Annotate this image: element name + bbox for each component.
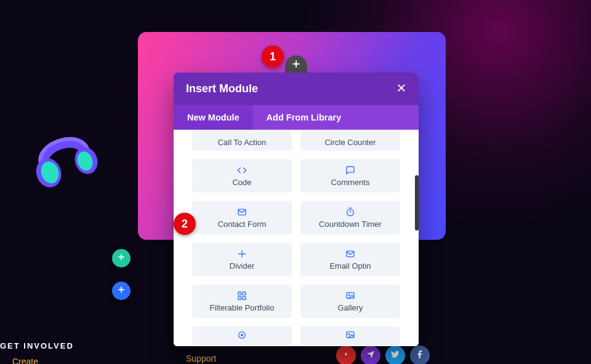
plus-icon (117, 285, 126, 296)
close-icon (396, 83, 406, 95)
module-countdown-timer[interactable]: Countdown Timer (300, 201, 400, 234)
module-label: Comments (331, 178, 370, 187)
module-label: Countdown Timer (319, 220, 382, 229)
modal-header: Insert Module (174, 73, 419, 105)
module-next-left[interactable] (192, 326, 292, 345)
svg-point-25 (348, 294, 350, 295)
timer-icon (345, 207, 355, 217)
social-send[interactable] (361, 346, 380, 364)
social-facebook[interactable] (410, 346, 430, 364)
mail-icon (345, 249, 355, 259)
headphones-illustration (21, 113, 107, 199)
image-icon (345, 291, 355, 301)
module-label: Code (232, 178, 251, 187)
module-label: Contact Form (218, 220, 267, 229)
module-gallery[interactable]: Gallery (300, 285, 400, 318)
annotation-step-2: 2 (174, 213, 196, 235)
footer-heading-get-involved: GET INVOLVED (0, 341, 74, 350)
youtube-icon (341, 349, 351, 362)
tab-new-module[interactable]: New Module (174, 105, 253, 130)
add-section-button[interactable] (112, 249, 131, 267)
module-label: Gallery (337, 303, 363, 312)
modal-close-button[interactable] (396, 83, 406, 95)
module-filterable-portfolio[interactable]: Filterable Portfolio (192, 285, 292, 318)
svg-point-0 (33, 155, 65, 191)
module-grid: Call To Action Circle Counter Code Comme… (174, 130, 419, 346)
twitter-icon (390, 349, 400, 362)
modal-title: Insert Module (186, 82, 258, 95)
module-label: Call To Action (218, 138, 267, 147)
module-comments[interactable]: Comments (300, 159, 400, 192)
svg-rect-20 (238, 292, 241, 295)
module-contact-form[interactable]: Contact Form (192, 201, 292, 234)
modal-tabbar: New Module Add From Library (174, 105, 419, 130)
module-next-right[interactable] (300, 326, 400, 345)
mail-icon (237, 207, 247, 217)
social-twitter[interactable] (385, 346, 405, 364)
svg-rect-22 (238, 296, 241, 299)
module-email-optin[interactable]: Email Optin (300, 243, 400, 276)
module-code[interactable]: Code (192, 159, 292, 192)
facebook-icon (415, 349, 425, 362)
social-youtube[interactable] (336, 346, 356, 364)
comment-icon (345, 165, 355, 175)
add-row-button[interactable] (112, 282, 131, 300)
circle-dot-icon (237, 330, 247, 340)
module-list-scroll[interactable]: Call To Action Circle Counter Code Comme… (174, 130, 419, 346)
send-icon (366, 349, 376, 362)
plus-icon (117, 253, 126, 264)
plus-icon (291, 59, 301, 71)
grid-icon (237, 291, 247, 301)
scrollbar-thumb[interactable] (415, 175, 419, 231)
module-label: Email Optin (329, 261, 371, 271)
module-label: Circle Counter (324, 138, 376, 147)
module-label: Divider (230, 261, 254, 271)
insert-module-modal: Insert Module New Module Add From Librar… (174, 73, 419, 346)
footer-link-create[interactable]: Create (12, 357, 38, 364)
svg-point-3 (75, 149, 95, 173)
svg-rect-23 (243, 296, 246, 299)
svg-rect-21 (243, 292, 246, 295)
module-call-to-action[interactable]: Call To Action (192, 130, 292, 151)
svg-point-29 (348, 334, 350, 335)
tab-add-from-library[interactable]: Add From Library (253, 105, 355, 130)
annotation-step-1: 1 (262, 46, 284, 68)
code-icon (237, 165, 247, 175)
social-row (336, 346, 430, 364)
module-label: Filterable Portfolio (210, 303, 275, 312)
image-icon (345, 330, 355, 340)
footer-link-support[interactable]: Support (186, 354, 216, 363)
divider-icon (237, 249, 247, 259)
module-divider[interactable]: Divider (192, 243, 292, 276)
module-circle-counter[interactable]: Circle Counter (300, 130, 400, 151)
svg-point-27 (241, 334, 243, 336)
svg-point-2 (71, 144, 101, 177)
svg-point-1 (38, 159, 62, 186)
